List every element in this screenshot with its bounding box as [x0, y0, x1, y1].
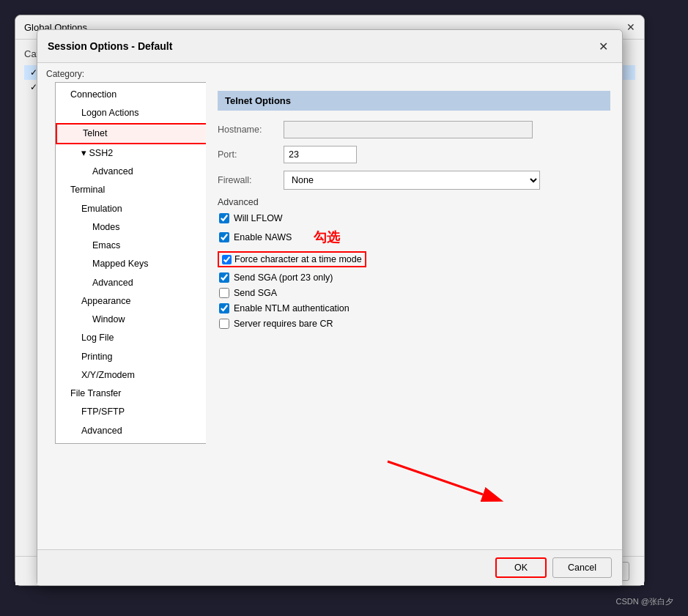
dialog-body: Connection Logon Actions Telnet ▾ SSH2 A…: [37, 82, 622, 549]
dialog-footer: OK Cancel: [37, 549, 622, 585]
tree-terminal[interactable]: Terminal: [56, 181, 215, 199]
tree-mapped-keys[interactable]: Mapped Keys: [56, 255, 215, 273]
tree-logon-actions[interactable]: Logon Actions: [56, 104, 215, 122]
force-char-label: Force character at a time mode: [234, 254, 362, 264]
tree-advanced-terminal[interactable]: Advanced: [56, 274, 215, 292]
tree-ftp-sftp[interactable]: FTP/SFTP: [56, 403, 215, 421]
tree-log-file[interactable]: Log File: [56, 329, 215, 347]
tree-printing[interactable]: Printing: [56, 348, 215, 366]
session-dialog: Session Options - Default ✕ Category: Co…: [37, 29, 623, 586]
tree-modes[interactable]: Modes: [56, 218, 215, 237]
will-lflow-label: Will LFLOW: [234, 213, 283, 223]
hostname-label: Hostname:: [218, 125, 284, 135]
tree-emulation[interactable]: Emulation: [56, 200, 215, 218]
hostname-row: Hostname:: [218, 121, 610, 138]
content-panel: Telnet Options Hostname: Port: Firewall:…: [206, 82, 622, 549]
server-bare-cr-checkbox[interactable]: [219, 319, 229, 329]
watermark: CSDN @张白夕: [616, 596, 673, 607]
tree-file-transfer[interactable]: File Transfer: [56, 385, 215, 403]
tree-appearance[interactable]: Appearance: [56, 292, 215, 311]
enable-ntlm-checkbox[interactable]: [219, 303, 229, 313]
dialog-close-button[interactable]: ✕: [594, 37, 612, 55]
firewall-select[interactable]: None: [284, 171, 540, 190]
server-bare-cr-label: Server requires bare CR: [234, 319, 333, 329]
firewall-row: Firewall: None: [218, 171, 610, 190]
tree-advanced-ft[interactable]: Advanced: [56, 422, 215, 440]
server-bare-cr-row: Server requires bare CR: [218, 319, 610, 329]
tree-connection[interactable]: Connection: [56, 86, 215, 104]
enable-ntlm-row: Enable NTLM authentication: [218, 303, 610, 313]
dialog-title: Session Options - Default: [48, 40, 172, 52]
tree-xy-zmodem[interactable]: X/Y/Zmodem: [56, 366, 215, 385]
advanced-label: Advanced: [218, 197, 610, 207]
force-char-checkbox[interactable]: [222, 255, 232, 264]
send-sga-row: Send SGA: [218, 288, 610, 298]
hostname-input[interactable]: [284, 121, 533, 138]
send-sga-checkbox[interactable]: [219, 288, 229, 298]
send-sga-23-row: Send SGA (port 23 only): [218, 272, 610, 283]
tree-window[interactable]: Window: [56, 311, 215, 329]
firewall-label: Firewall:: [218, 175, 284, 185]
ok-button[interactable]: OK: [495, 557, 547, 578]
enable-naws-row: Enable NAWS 勾选: [218, 229, 610, 246]
category-label: Category:: [37, 63, 622, 82]
enable-ntlm-label: Enable NTLM authentication: [234, 303, 349, 313]
tree-ssh2[interactable]: ▾ SSH2: [56, 144, 215, 163]
category-tree: Connection Logon Actions Telnet ▾ SSH2 A…: [55, 82, 216, 444]
enable-naws-checkbox[interactable]: [219, 232, 229, 242]
global-options-close[interactable]: ✕: [626, 21, 635, 33]
annotation-text: 勾选: [314, 229, 340, 246]
send-sga-23-checkbox[interactable]: [219, 272, 229, 283]
tree-telnet[interactable]: Telnet: [56, 123, 215, 144]
send-sga-23-label: Send SGA (port 23 only): [234, 272, 333, 283]
section-header: Telnet Options: [218, 91, 610, 111]
tree-emacs[interactable]: Emacs: [56, 237, 215, 255]
port-label: Port:: [218, 149, 284, 160]
send-sga-label: Send SGA: [234, 288, 277, 298]
will-lflow-checkbox[interactable]: [219, 213, 229, 223]
tree-advanced-ssh[interactable]: Advanced: [56, 163, 215, 181]
port-row: Port:: [218, 146, 610, 163]
force-char-row: Force character at a time mode: [218, 251, 366, 267]
dialog-titlebar: Session Options - Default ✕: [37, 30, 622, 63]
enable-naws-label: Enable NAWS: [234, 232, 292, 242]
will-lflow-row: Will LFLOW: [218, 213, 610, 223]
port-input[interactable]: [284, 146, 357, 163]
cancel-button[interactable]: Cancel: [552, 557, 612, 578]
